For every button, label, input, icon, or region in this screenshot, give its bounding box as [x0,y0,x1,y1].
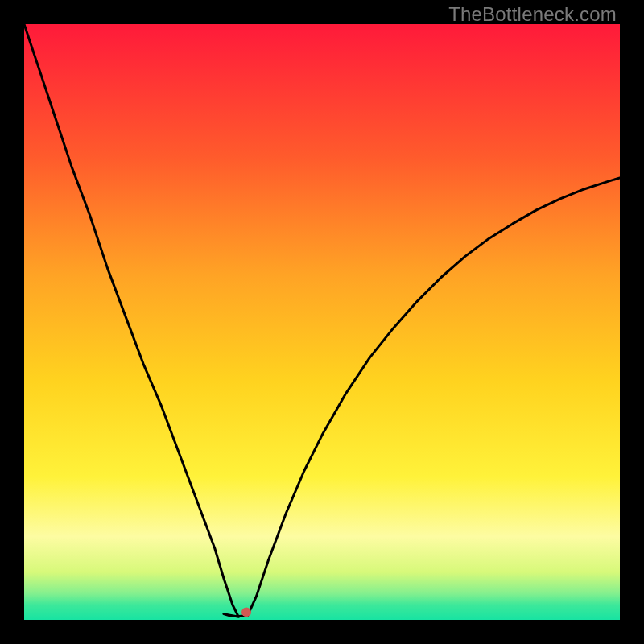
optimum-marker [242,607,251,617]
plot-area [24,24,620,620]
gradient-background [24,24,620,620]
watermark-text: TheBottleneck.com [448,3,617,26]
chart-frame: TheBottleneck.com [0,0,644,644]
bottleneck-chart [24,24,620,620]
